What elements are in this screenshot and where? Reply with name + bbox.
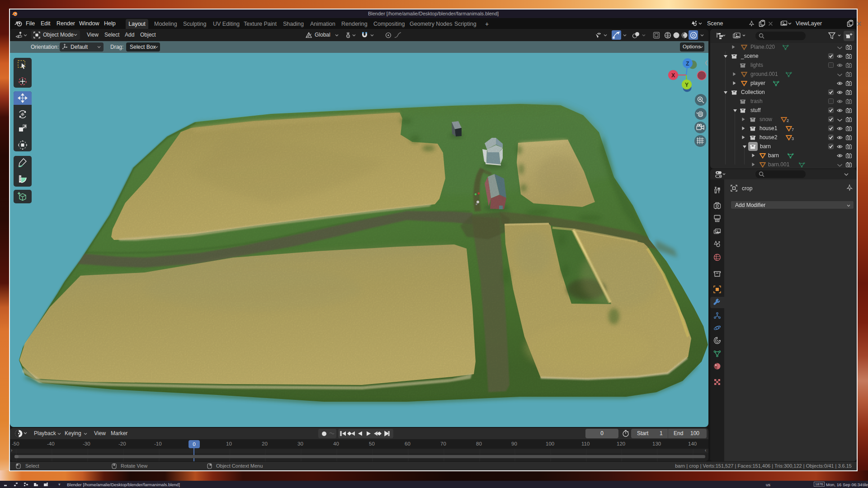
svg-text:Z: Z: [686, 61, 689, 67]
svg-text:X: X: [671, 72, 675, 79]
svg-text:Y: Y: [685, 82, 689, 88]
